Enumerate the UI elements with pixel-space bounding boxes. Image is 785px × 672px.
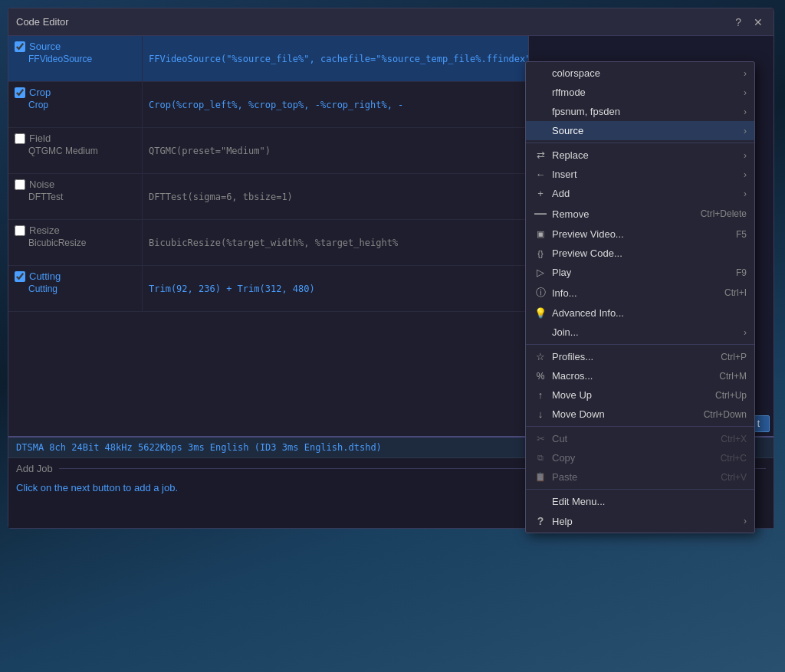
filter-label-crop: Crop Crop	[8, 82, 143, 127]
copy-label: Copy	[552, 452, 713, 464]
copy-icon: ⧉	[532, 453, 549, 463]
crop-checkbox[interactable]	[15, 87, 25, 98]
resize-checkbox[interactable]	[15, 225, 25, 236]
menu-item-add[interactable]: + Add ›	[526, 184, 754, 203]
menu-item-rffmode[interactable]: rffmode ›	[526, 83, 754, 102]
add-icon: +	[532, 188, 549, 199]
titlebar-controls: ? ✕	[732, 16, 766, 28]
filter-row-source[interactable]: Source FFVideoSource FFVideoSource("%sou…	[8, 36, 528, 82]
move-up-label: Move Up	[552, 389, 708, 401]
menu-item-join[interactable]: Join... ›	[526, 323, 754, 342]
macros-icon: %	[532, 371, 549, 382]
menu-item-edit-menu[interactable]: Edit Menu...	[526, 492, 754, 511]
fpsnum-arrow: ›	[744, 107, 747, 117]
context-menu: colorspace › rffmode › fpsnum, fpsden › …	[525, 61, 755, 533]
menu-item-fpsnum[interactable]: fpsnum, fpsden ›	[526, 102, 754, 121]
join-label: Join...	[552, 326, 739, 338]
filter-row-field[interactable]: Field QTGMC Medium QTGMC(preset="Medium"…	[8, 128, 528, 174]
field-checkbox[interactable]	[15, 133, 25, 144]
crop-subname: Crop	[15, 100, 136, 110]
source-name: Source	[29, 41, 61, 52]
move-down-label: Move Down	[552, 408, 696, 420]
menu-item-move-down[interactable]: ↓ Move Down Ctrl+Down	[526, 405, 754, 424]
cut-label: Cut	[552, 433, 713, 444]
menu-item-preview-video[interactable]: ▣ Preview Video... F5	[526, 225, 754, 244]
menu-item-help[interactable]: ? Help ›	[526, 511, 754, 531]
paste-shortcut: Ctrl+V	[721, 472, 747, 483]
play-icon: ▷	[532, 267, 549, 278]
play-shortcut: F9	[736, 267, 747, 278]
remove-shortcut: Ctrl+Delete	[701, 208, 747, 219]
info-label: Info...	[552, 287, 717, 299]
fpsnum-label: fpsnum, fpsden	[552, 106, 739, 117]
resize-code-col: BicubicResize(%target_width%, %target_he…	[143, 220, 528, 265]
menu-item-copy: ⧉ Copy Ctrl+C	[526, 448, 754, 467]
separator-2	[526, 344, 754, 345]
menu-item-remove[interactable]: — Remove Ctrl+Delete	[526, 203, 754, 225]
help-arrow: ›	[744, 516, 747, 526]
noise-checkbox[interactable]	[15, 179, 25, 190]
crop-code: Crop(%crop_left%, %crop_top%, -%crop_rig…	[149, 100, 522, 110]
source-code: FFVideoSource("%source_file%", cachefile…	[149, 54, 529, 64]
source-code-col: FFVideoSource("%source_file%", cachefile…	[143, 36, 529, 81]
cutting-code: Trim(92, 236) + Trim(312, 480)	[149, 284, 522, 294]
menu-item-macros[interactable]: % Macros... Ctrl+M	[526, 366, 754, 385]
filter-row-noise[interactable]: Noise DFTTest DFTTest(sigma=6, tbsize=1)	[8, 174, 528, 220]
field-code-col: QTGMC(preset="Medium")	[143, 128, 528, 173]
menu-item-profiles[interactable]: ☆ Profiles... Ctrl+P	[526, 347, 754, 366]
crop-checkbox-row: Crop	[15, 87, 136, 98]
filter-row-resize[interactable]: Resize BicubicResize BicubicResize(%targ…	[8, 220, 528, 266]
menu-item-source[interactable]: Source ›	[526, 121, 754, 140]
filter-row-cutting[interactable]: Cutting Cutting Trim(92, 236) + Trim(312…	[8, 266, 528, 312]
profiles-icon: ☆	[532, 351, 549, 362]
help-label: Help	[552, 516, 739, 527]
colorspace-label: colorspace	[552, 67, 739, 79]
add-label: Add	[552, 188, 739, 199]
paste-label: Paste	[552, 471, 713, 483]
move-up-shortcut: Ctrl+Up	[715, 390, 747, 401]
profiles-label: Profiles...	[552, 351, 713, 362]
titlebar: Code Editor ? ✕	[8, 8, 774, 36]
join-arrow: ›	[744, 327, 747, 338]
help-icon: ?	[532, 515, 549, 527]
resize-subname: BicubicResize	[15, 238, 136, 248]
filter-label-field: Field QTGMC Medium	[8, 128, 143, 173]
preview-code-icon: {}	[532, 249, 549, 258]
menu-item-play[interactable]: ▷ Play F9	[526, 263, 754, 282]
colorspace-arrow: ›	[744, 68, 747, 79]
profiles-shortcut: Ctrl+P	[721, 352, 747, 362]
filter-row-crop[interactable]: Crop Crop Crop(%crop_left%, %crop_top%, …	[8, 82, 528, 128]
window-title: Code Editor	[16, 16, 69, 28]
menu-item-preview-code[interactable]: {} Preview Code...	[526, 244, 754, 263]
menu-item-advanced-info[interactable]: 💡 Advanced Info...	[526, 303, 754, 323]
play-label: Play	[552, 267, 728, 278]
preview-video-icon: ▣	[532, 229, 549, 239]
noise-code-col: DFTTest(sigma=6, tbsize=1)	[143, 174, 528, 219]
menu-item-insert[interactable]: ← Insert ›	[526, 165, 754, 184]
field-subname: QTGMC Medium	[15, 146, 136, 156]
menu-item-move-up[interactable]: ↑ Move Up Ctrl+Up	[526, 385, 754, 405]
cutting-checkbox[interactable]	[15, 271, 25, 282]
menu-item-paste: 📋 Paste Ctrl+V	[526, 467, 754, 487]
filter-panel: Source FFVideoSource FFVideoSource("%sou…	[8, 36, 529, 436]
resize-code: BicubicResize(%target_width%, %target_he…	[149, 238, 522, 248]
remove-icon: —	[532, 207, 549, 221]
menu-item-colorspace[interactable]: colorspace ›	[526, 64, 754, 83]
separator-4	[526, 489, 754, 490]
source-checkbox[interactable]	[15, 41, 25, 52]
cutting-subname: Cutting	[15, 284, 136, 294]
info-icon: ⓘ	[532, 286, 549, 300]
help-button[interactable]: ?	[732, 16, 744, 28]
insert-icon: ←	[532, 169, 549, 180]
menu-item-replace[interactable]: ⇄ Replace ›	[526, 146, 754, 165]
crop-name: Crop	[29, 87, 51, 98]
cut-shortcut: Ctrl+X	[721, 434, 747, 444]
menu-item-info[interactable]: ⓘ Info... Ctrl+I	[526, 282, 754, 303]
close-button[interactable]: ✕	[751, 16, 766, 28]
cutting-code-col: Trim(92, 236) + Trim(312, 480)	[143, 266, 528, 311]
move-down-icon: ↓	[532, 408, 549, 420]
filter-label-resize: Resize BicubicResize	[8, 220, 143, 265]
advanced-info-icon: 💡	[532, 307, 549, 319]
preview-video-label: Preview Video...	[552, 228, 728, 240]
move-down-shortcut: Ctrl+Down	[704, 409, 747, 420]
